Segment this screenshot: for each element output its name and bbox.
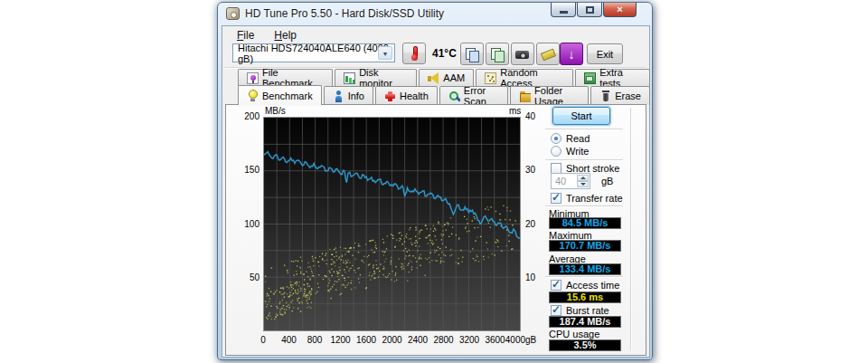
axis-tick: 4000gB (505, 335, 536, 345)
axis-tick: 400 (281, 335, 297, 345)
tab-folder-usage[interactable]: Folder Usage (510, 86, 589, 105)
short-stroke-unit: gB (601, 176, 613, 186)
start-button[interactable]: Start (552, 107, 610, 125)
axis-tick: 2800 (433, 335, 453, 345)
spinner-up-icon[interactable] (577, 175, 589, 181)
caption-buttons: × (550, 3, 637, 17)
tab-disk-monitor[interactable]: Disk monitor (335, 69, 417, 86)
info-icon (333, 91, 344, 102)
notes-icon (541, 47, 555, 62)
extra-tests-icon (584, 72, 596, 84)
burst-rate-value: 187.4 MB/s (549, 316, 621, 328)
magnifier-icon (448, 91, 460, 102)
tab-file-benchmark[interactable]: File Benchmark (238, 69, 333, 86)
minimum-value: 84.5 MB/s (549, 217, 621, 229)
copy-button[interactable] (460, 43, 484, 65)
tab-benchmark[interactable]: Benchmark (238, 85, 322, 105)
exit-button[interactable]: Exit (587, 43, 623, 64)
hd-tune-window: HD Tune Pro 5.50 - Hard Disk/SSD Utility… (217, 2, 653, 360)
thermometer-icon (410, 46, 418, 61)
access-time-checkbox[interactable] (551, 280, 561, 291)
right-axis-unit: ms (509, 106, 521, 116)
desktop: HD Tune Pro 5.50 - Hard Disk/SSD Utility… (0, 0, 868, 363)
trash-icon (599, 91, 611, 102)
spinner-down-icon[interactable] (577, 181, 589, 187)
speaker-icon (428, 72, 439, 84)
random-access-icon (485, 72, 496, 84)
axis-tick: 1200 (330, 335, 350, 345)
screenshot-camera-icon (515, 47, 530, 62)
tab-extra-tests[interactable]: Extra tests (575, 69, 650, 86)
screenshot-button[interactable] (511, 43, 534, 65)
burst-rate-row[interactable]: Burst rate (551, 305, 609, 316)
axis-tick: 3200 (459, 335, 479, 345)
temperature-button[interactable] (402, 43, 426, 64)
tab-erase[interactable]: Erase (590, 86, 650, 105)
axis-tick: 10 (525, 272, 535, 282)
write-radio-row[interactable]: Write (551, 146, 589, 157)
axis-tick: 30 (525, 165, 535, 175)
axis-tick: 200 (232, 111, 259, 121)
minimize-button[interactable] (551, 3, 576, 17)
copy-file-icon (490, 47, 505, 62)
read-radio[interactable] (551, 133, 561, 144)
write-label: Write (566, 146, 589, 157)
axis-tick: 3600 (485, 335, 505, 345)
disk-monitor-icon (344, 72, 355, 84)
transfer-rate-row[interactable]: Transfer rate (551, 193, 623, 204)
read-label: Read (566, 133, 590, 144)
write-radio[interactable] (551, 146, 561, 157)
maximize-button[interactable] (577, 3, 602, 17)
burst-rate-checkbox[interactable] (551, 305, 561, 316)
transfer-rate-checkbox[interactable] (551, 193, 561, 204)
short-stroke-spinner[interactable]: 40 (551, 173, 590, 189)
axis-tick: 100 (232, 219, 259, 229)
health-cross-icon (384, 91, 396, 102)
axis-tick: 0 (260, 335, 266, 345)
separator (545, 159, 623, 161)
transfer-rate-label: Transfer rate (566, 193, 623, 204)
maximum-value: 170.7 MB/s (549, 240, 621, 252)
download-arrow-icon: ↓ (569, 48, 575, 61)
axis-tick: 2400 (408, 335, 428, 345)
app-icon (226, 7, 240, 20)
notes-button[interactable] (536, 43, 560, 65)
save-results-button[interactable]: ↓ (560, 43, 583, 65)
window-title: HD Tune Pro 5.50 - Hard Disk/SSD Utility (245, 7, 444, 20)
panel-separator-vertical (630, 108, 632, 350)
access-time-value: 15.6 ms (549, 291, 621, 303)
axis-tick: 150 (232, 165, 259, 175)
maximize-icon (586, 6, 594, 14)
drive-select-combobox[interactable]: Hitachi HDS724040ALE640 (4000 gB) ▼ (232, 43, 395, 62)
burst-rate-label: Burst rate (566, 305, 609, 316)
drive-select-value: Hitachi HDS724040ALE640 (4000 gB) (238, 43, 394, 64)
temperature-value: 41°C (432, 47, 457, 60)
copy-to-file-button[interactable] (486, 43, 509, 65)
access-time-label: Access time (566, 280, 619, 291)
tab-random-access[interactable]: Random Access (476, 69, 573, 86)
access-time-row[interactable]: Access time (551, 280, 619, 291)
short-stroke-value: 40 (555, 176, 566, 186)
tab-health[interactable]: Health (375, 86, 438, 105)
minimize-icon (560, 11, 568, 14)
axis-tick: 800 (307, 335, 323, 345)
axis-tick: 50 (232, 272, 259, 282)
read-radio-row[interactable]: Read (551, 133, 590, 144)
tab-aam[interactable]: AAM (419, 69, 474, 86)
cpu-usage-label: CPU usage (549, 329, 599, 339)
chevron-down-icon: ▼ (378, 46, 392, 60)
folder-icon (519, 91, 531, 102)
close-icon: × (617, 4, 622, 15)
close-button[interactable]: × (603, 3, 637, 17)
separator (545, 205, 623, 207)
benchmark-chart-svg (264, 118, 520, 330)
tab-info[interactable]: Info (324, 86, 373, 105)
titlebar[interactable]: HD Tune Pro 5.50 - Hard Disk/SSD Utility… (218, 3, 652, 25)
tab-row-secondary: File Benchmark Disk monitor AAM Random A… (238, 69, 652, 86)
benchmark-plot (263, 117, 521, 331)
tab-error-scan[interactable]: Error Scan (439, 86, 508, 105)
lightbulb-icon (247, 90, 259, 101)
axis-tick: 40 (525, 111, 535, 121)
axis-tick: 2000 (382, 335, 401, 345)
separator (545, 129, 623, 130)
